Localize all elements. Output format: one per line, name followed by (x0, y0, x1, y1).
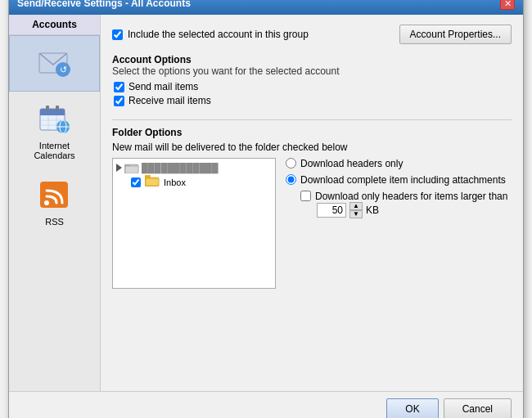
size-input[interactable] (317, 203, 346, 218)
sidebar-item-internet-calendars-label: InternetCalendars (34, 141, 74, 160)
title-bar: Send/Receive Settings - All Accounts ✕ (9, 0, 523, 15)
folder-options-desc: New mail will be delivered to the folder… (112, 142, 512, 153)
window-content: Accounts ↺ (9, 15, 523, 391)
sidebar-item-internet-calendars[interactable]: InternetCalendars (9, 92, 100, 168)
headers-only-label[interactable]: Download headers only (300, 158, 403, 169)
expand-icon[interactable] (116, 164, 122, 172)
svg-point-16 (44, 200, 49, 205)
main-window: Send/Receive Settings - All Accounts ✕ A… (8, 0, 524, 418)
complete-item-row: Download complete item including attachm… (286, 174, 512, 186)
svg-rect-19 (125, 166, 138, 173)
sidebar-item-account[interactable]: ↺ (9, 35, 100, 92)
inbox-checkbox[interactable] (131, 178, 141, 187)
download-options: Download headers only Download complete … (286, 158, 512, 289)
svg-rect-22 (146, 178, 159, 186)
close-button[interactable]: ✕ (500, 0, 515, 10)
headers-only-radio[interactable] (286, 158, 296, 169)
rss-icon (35, 175, 74, 214)
receive-mail-row: Receive mail items (114, 95, 512, 106)
include-row: Include the selected account in this gro… (112, 25, 512, 44)
include-account-label[interactable]: Include the selected account in this gro… (128, 29, 309, 40)
receive-mail-checkbox[interactable] (114, 96, 124, 106)
root-label: ████████████ (142, 163, 219, 173)
account-properties-button[interactable]: Account Properties... (399, 25, 512, 44)
main-panel: Include the selected account in this gro… (101, 15, 523, 391)
svg-rect-10 (46, 106, 49, 112)
send-mail-label[interactable]: Send mail items (128, 81, 198, 92)
svg-rect-15 (40, 182, 68, 208)
send-mail-checkbox[interactable] (114, 82, 124, 92)
account-icon: ↺ (35, 43, 74, 82)
size-row: ▲ ▼ KB (317, 202, 512, 218)
sidebar-item-rss[interactable]: RSS (9, 168, 100, 234)
spinner-buttons: ▲ ▼ (349, 202, 363, 218)
sidebar-item-rss-label: RSS (45, 217, 64, 227)
calendar-icon (35, 99, 74, 138)
receive-mail-label[interactable]: Receive mail items (128, 95, 211, 106)
headers-large-section: Download only headers for items larger t… (300, 191, 512, 218)
account-options-title: Account Options (112, 54, 512, 65)
headers-large-label[interactable]: Download only headers for items larger t… (315, 191, 507, 202)
svg-rect-5 (40, 114, 65, 115)
folder-options-section: Folder Options New mail will be delivere… (112, 119, 512, 289)
send-mail-row: Send mail items (114, 81, 512, 92)
sidebar-header: Accounts (9, 15, 100, 35)
account-options-section: Account Options Select the options you w… (112, 51, 512, 106)
headers-large-row: Download only headers for items larger t… (300, 191, 512, 202)
folder-options-title: Folder Options (112, 127, 512, 138)
include-account-checkbox[interactable] (112, 29, 123, 40)
inbox-folder-icon (145, 175, 160, 189)
svg-rect-11 (56, 106, 59, 112)
size-unit-label: KB (366, 205, 379, 216)
ok-button[interactable]: OK (386, 398, 438, 418)
folder-tree: ████████████ Inbox (112, 158, 276, 289)
root-folder-icon (124, 162, 138, 173)
headers-large-checkbox[interactable] (300, 191, 311, 201)
inbox-label: Inbox (164, 178, 186, 187)
svg-text:↺: ↺ (59, 65, 66, 74)
complete-item-label[interactable]: Download complete item including attachm… (300, 174, 506, 186)
cancel-button[interactable]: Cancel (444, 398, 512, 418)
spinner-up-button[interactable]: ▲ (349, 202, 363, 210)
complete-item-radio[interactable] (286, 174, 296, 185)
account-options-desc: Select the options you want for the sele… (112, 65, 512, 77)
tree-inbox-row: Inbox (131, 175, 272, 189)
bottom-bar: OK Cancel (9, 391, 523, 418)
tree-root: ████████████ (116, 162, 272, 173)
headers-only-row: Download headers only (286, 158, 512, 169)
folder-area: ████████████ Inbox (112, 158, 512, 289)
window-title: Send/Receive Settings - All Accounts (17, 0, 191, 9)
sidebar: Accounts ↺ (9, 15, 101, 391)
spinner-down-button[interactable]: ▼ (349, 210, 363, 218)
